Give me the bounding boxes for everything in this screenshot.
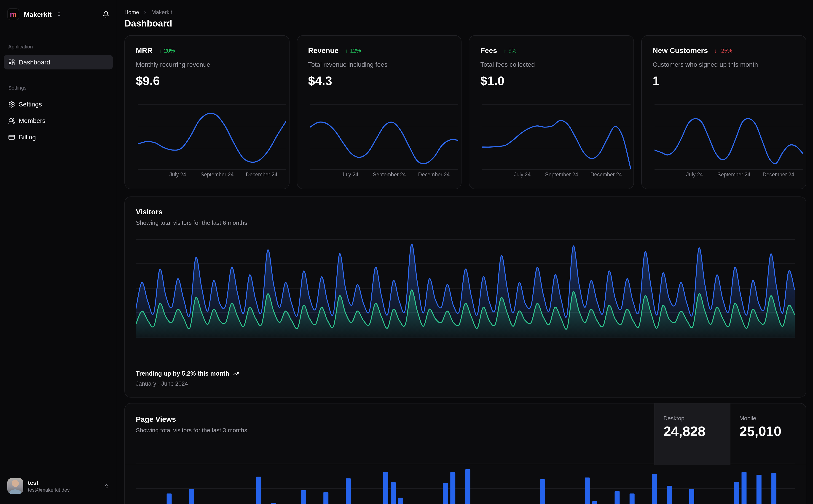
x-tick: September 24 <box>200 172 234 177</box>
x-axis-labels: July 24 September 24 December 24 <box>138 172 286 178</box>
dashboard-grid-icon <box>8 59 15 66</box>
sidebar-item-dashboard[interactable]: Dashboard <box>4 55 113 69</box>
trend-arrow-icon: ↑ <box>503 48 506 54</box>
stat-subtitle: Customers who signed up this month <box>653 61 795 68</box>
sidebar-nav-application: Dashboard <box>4 55 113 69</box>
sparkline-chart <box>138 104 286 170</box>
sidebar-section-settings: Settings <box>4 85 113 90</box>
x-tick: July 24 <box>686 172 703 177</box>
credit-card-icon <box>8 134 15 141</box>
sidebar-item-label: Billing <box>19 133 36 141</box>
breadcrumb-home[interactable]: Home <box>124 9 139 16</box>
stat-title: Revenue <box>308 47 339 55</box>
stat-title: Fees <box>480 47 497 55</box>
visitors-date-range: January - June 2024 <box>136 381 239 387</box>
breadcrumb-current: Makerkit <box>151 9 172 16</box>
sparkline-chart <box>482 104 631 170</box>
x-tick: December 24 <box>763 172 794 177</box>
chevrons-up-down-icon <box>56 11 62 17</box>
app-root: m Makerkit Application Dashboard Setting… <box>0 0 813 504</box>
stat-card-fees: Fees ↑9% Total fees collected $1.0 July … <box>469 35 634 189</box>
sidebar-item-billing[interactable]: Billing <box>4 130 113 144</box>
x-tick: December 24 <box>418 172 450 177</box>
stat-value: 1 <box>653 74 795 88</box>
user-menu[interactable]: test test@makerkit.dev <box>4 478 113 500</box>
x-tick: July 24 <box>169 172 186 177</box>
page-views-subtitle: Showing total visitors for the last 3 mo… <box>136 427 643 434</box>
tab-desktop[interactable]: Desktop 24,828 <box>654 403 730 465</box>
visitors-area-chart <box>136 239 795 340</box>
x-tick: July 24 <box>514 172 530 177</box>
sparkline-chart <box>655 104 803 170</box>
stat-subtitle: Monthly recurring revenue <box>136 61 278 68</box>
trend-arrow-icon: ↑ <box>345 48 348 54</box>
notifications-bell-icon[interactable] <box>102 11 109 18</box>
stat-value: $9.6 <box>136 74 278 88</box>
sidebar-item-label: Members <box>19 117 45 124</box>
stat-delta: ↓-25% <box>715 48 732 54</box>
chevron-right-icon <box>143 10 148 15</box>
trend-arrow-icon: ↓ <box>715 48 717 54</box>
visitors-subtitle: Showing total visitors for the last 6 mo… <box>136 219 795 226</box>
stat-cards-row: MRR ↑20% Monthly recurring revenue $9.6 … <box>124 35 806 189</box>
x-axis-labels: July 24 September 24 December 24 <box>655 172 803 178</box>
gear-icon <box>8 101 15 108</box>
trending-up-icon <box>233 370 239 377</box>
workspace-selector[interactable]: m Makerkit <box>7 8 109 20</box>
x-tick: September 24 <box>717 172 751 177</box>
tab-label: Mobile <box>739 415 797 422</box>
tab-value: 24,828 <box>664 424 721 439</box>
stat-card-mrr: MRR ↑20% Monthly recurring revenue $9.6 … <box>124 35 289 189</box>
visitors-card: Visitors Showing total visitors for the … <box>124 196 806 398</box>
makerkit-logo: m <box>7 8 19 20</box>
user-email: test@makerkit.dev <box>28 487 70 493</box>
user-avatar <box>7 478 23 494</box>
page-views-header: Page Views Showing total visitors for th… <box>125 403 806 465</box>
chevrons-up-down-icon <box>104 483 109 489</box>
breadcrumb: Home Makerkit <box>124 9 806 16</box>
x-axis-labels: July 24 September 24 December 24 <box>482 172 631 178</box>
page-views-tabs: Desktop 24,828 Mobile 25,010 <box>654 403 806 465</box>
sidebar-item-label: Settings <box>19 101 42 108</box>
page-views-title: Page Views <box>136 415 643 424</box>
sidebar-nav-settings: Settings Members Billing <box>4 97 113 144</box>
stat-delta-value: 9% <box>508 48 516 54</box>
tab-mobile[interactable]: Mobile 25,010 <box>730 403 806 465</box>
sidebar-item-label: Dashboard <box>19 58 50 66</box>
stat-card-new-customers: New Customers ↓-25% Customers who signed… <box>641 35 806 189</box>
stat-delta: ↑12% <box>345 48 361 54</box>
main-content: Home Makerkit Dashboard MRR ↑20% Monthly… <box>117 0 813 504</box>
x-tick: September 24 <box>373 172 406 177</box>
x-tick: December 24 <box>246 172 278 177</box>
x-tick: July 24 <box>342 172 358 177</box>
stat-value: $1.0 <box>480 74 623 88</box>
page-views-card: Page Views Showing total visitors for th… <box>124 403 806 504</box>
visitors-trend-text: Trending up by 5.2% this month <box>136 370 229 377</box>
stat-title: New Customers <box>653 47 708 55</box>
sparkline-chart <box>310 104 458 170</box>
stat-delta: ↑20% <box>159 48 175 54</box>
tab-value: 25,010 <box>739 424 797 439</box>
stat-delta-value: 12% <box>350 48 361 54</box>
stat-subtitle: Total revenue including fees <box>308 61 450 68</box>
tab-label: Desktop <box>664 415 721 422</box>
stat-subtitle: Total fees collected <box>480 61 623 68</box>
stat-card-revenue: Revenue ↑12% Total revenue including fee… <box>297 35 461 189</box>
stat-delta-value: -25% <box>720 48 732 54</box>
stat-delta: ↑9% <box>503 48 516 54</box>
sidebar-item-members[interactable]: Members <box>4 113 113 128</box>
visitors-title: Visitors <box>136 208 795 216</box>
x-tick: September 24 <box>545 172 578 177</box>
x-tick: December 24 <box>590 172 622 177</box>
trend-arrow-icon: ↑ <box>159 48 162 54</box>
stat-delta-value: 20% <box>164 48 175 54</box>
sidebar-item-settings[interactable]: Settings <box>4 97 113 111</box>
sidebar: m Makerkit Application Dashboard Setting… <box>0 0 117 504</box>
workspace-name: Makerkit <box>24 10 52 18</box>
visitors-footer: Trending up by 5.2% this month January -… <box>136 370 239 387</box>
stat-value: $4.3 <box>308 74 450 88</box>
user-name: test <box>28 479 70 486</box>
users-icon <box>8 117 15 124</box>
sidebar-section-application: Application <box>4 44 113 49</box>
page-views-bar-chart <box>136 460 795 504</box>
